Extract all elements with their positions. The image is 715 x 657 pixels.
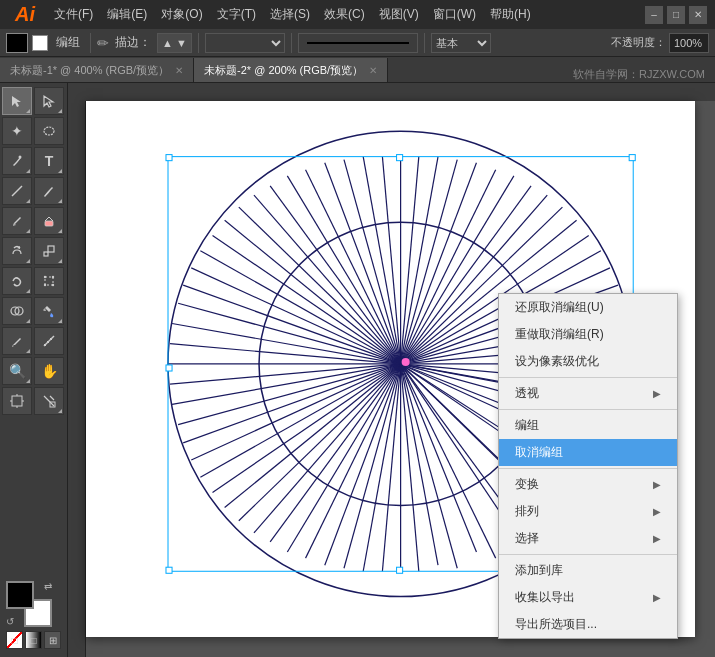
ctx-redo[interactable]: 重做取消编组(R)	[499, 321, 677, 348]
tool-row-7	[2, 267, 65, 295]
ctx-collect-arrow: ▶	[653, 592, 661, 603]
ctx-export-selected[interactable]: 导出所选项目...	[499, 611, 677, 638]
direct-selection-tool[interactable]	[34, 87, 64, 115]
stroke-color-swatch[interactable]	[32, 35, 48, 51]
svg-point-7	[44, 276, 46, 278]
menu-effect[interactable]: 效果(C)	[318, 4, 371, 25]
style-select[interactable]	[205, 33, 285, 53]
zoom-tool[interactable]: 🔍	[2, 357, 32, 385]
pattern-btn[interactable]: ⊞	[44, 631, 61, 649]
title-right: – □ ✕	[645, 6, 707, 24]
ctx-transform[interactable]: 变换 ▶	[499, 471, 677, 498]
svg-line-2	[12, 186, 22, 196]
svg-point-0	[44, 127, 54, 135]
ctx-pixel-optimize[interactable]: 设为像素级优化	[499, 348, 677, 375]
tool-row-4	[2, 177, 65, 205]
tab-2-close[interactable]: ✕	[369, 65, 377, 76]
ctx-perspective-arrow: ▶	[653, 388, 661, 399]
menu-file[interactable]: 文件(F)	[48, 4, 99, 25]
pencil-icon: ✏	[97, 35, 109, 51]
svg-point-8	[52, 276, 54, 278]
lasso-tool[interactable]	[34, 117, 64, 145]
menu-window[interactable]: 窗口(W)	[427, 4, 482, 25]
reset-colors-icon[interactable]: ↺	[6, 616, 14, 627]
ctx-perspective[interactable]: 透视 ▶	[499, 380, 677, 407]
ctx-group[interactable]: 编组	[499, 412, 677, 439]
tab-2[interactable]: 未标题-2* @ 200% (RGB/预览） ✕	[194, 58, 388, 82]
pencil-tool[interactable]	[2, 207, 32, 235]
menu-text[interactable]: 文字(T)	[211, 4, 262, 25]
tabs-bar: 未标题-1* @ 400% (RGB/预览） ✕ 未标题-2* @ 200% (…	[0, 57, 715, 83]
maximize-button[interactable]: □	[667, 6, 685, 24]
canvas-area: // Can't run script in SVG like this, wi…	[68, 83, 715, 657]
shape-builder-tool[interactable]	[2, 297, 32, 325]
tab-1-label: 未标题-1* @ 400% (RGB/预览）	[10, 63, 169, 78]
paint-bucket-tool[interactable]	[34, 297, 64, 325]
tool-row-8	[2, 297, 65, 325]
ctx-transform-arrow: ▶	[653, 479, 661, 490]
tool-row-2: ✦	[2, 117, 65, 145]
context-menu: 还原取消编组(U) 重做取消编组(R) 设为像素级优化 透视 ▶ 编组 取消编组	[498, 293, 678, 639]
svg-point-109	[402, 358, 410, 366]
fill-color-swatch[interactable]	[6, 33, 28, 53]
gradient-btn[interactable]: □	[25, 631, 42, 649]
pen-tool[interactable]	[2, 147, 32, 175]
menu-select[interactable]: 选择(S)	[264, 4, 316, 25]
artboard-tool[interactable]	[2, 387, 32, 415]
svg-rect-17	[12, 396, 22, 406]
foreground-color[interactable]	[6, 581, 34, 609]
line-tool[interactable]	[2, 177, 32, 205]
scale-tool[interactable]	[34, 237, 64, 265]
stroke-up-icon[interactable]: ▲	[162, 37, 173, 49]
menu-bar: 文件(F) 编辑(E) 对象(O) 文字(T) 选择(S) 效果(C) 视图(V…	[48, 4, 537, 25]
separator-1	[90, 33, 91, 53]
hand-tool[interactable]: ✋	[34, 357, 64, 385]
menu-help[interactable]: 帮助(H)	[484, 4, 537, 25]
separator-2	[198, 33, 199, 53]
free-transform-tool[interactable]	[34, 267, 64, 295]
tab-1[interactable]: 未标题-1* @ 400% (RGB/预览） ✕	[0, 58, 194, 82]
menu-view[interactable]: 视图(V)	[373, 4, 425, 25]
ctx-arrange-arrow: ▶	[653, 506, 661, 517]
swap-colors-icon[interactable]: ⇄	[44, 581, 52, 592]
eyedropper-tool[interactable]	[2, 327, 32, 355]
separator-4	[424, 33, 425, 53]
tool-row-11	[2, 387, 65, 415]
rotate-tool[interactable]	[2, 237, 32, 265]
stroke-line-preview	[307, 42, 409, 44]
tool-row-10: 🔍 ✋	[2, 357, 65, 385]
ctx-select[interactable]: 选择 ▶	[499, 525, 677, 552]
fg-bg-colors: ⇄ ↺	[6, 581, 52, 627]
eraser-tool[interactable]	[34, 207, 64, 235]
ctx-ungroup[interactable]: 取消编组	[499, 439, 677, 466]
close-button[interactable]: ✕	[689, 6, 707, 24]
menu-object[interactable]: 对象(O)	[155, 4, 208, 25]
paintbrush-tool[interactable]	[34, 177, 64, 205]
opacity-input[interactable]	[669, 33, 709, 53]
ctx-sep-3	[499, 468, 677, 469]
magic-wand-tool[interactable]: ✦	[2, 117, 32, 145]
slice-tool[interactable]	[34, 387, 64, 415]
warp-tool[interactable]	[2, 267, 32, 295]
measure-tool[interactable]	[34, 327, 64, 355]
tool-row-3: T	[2, 147, 65, 175]
svg-rect-5	[48, 246, 54, 252]
ctx-collect-export[interactable]: 收集以导出 ▶	[499, 584, 677, 611]
watermark: 软件自学网：RJZXW.COM	[563, 67, 715, 82]
toolbar: 编组 ✏ 描边： ▲ ▼ 基本 不透明度：	[0, 29, 715, 57]
menu-edit[interactable]: 编辑(E)	[101, 4, 153, 25]
svg-rect-103	[629, 155, 635, 161]
type-tool[interactable]: T	[34, 147, 64, 175]
ctx-undo[interactable]: 还原取消编组(U)	[499, 294, 677, 321]
stroke-down-icon[interactable]: ▼	[176, 37, 187, 49]
preset-select[interactable]: 基本	[431, 33, 491, 53]
none-fill-btn[interactable]: □	[6, 631, 23, 649]
minimize-button[interactable]: –	[645, 6, 663, 24]
tab-1-close[interactable]: ✕	[175, 65, 183, 76]
selection-tool[interactable]	[2, 87, 32, 115]
ctx-add-to-library[interactable]: 添加到库	[499, 557, 677, 584]
ctx-arrange[interactable]: 排列 ▶	[499, 498, 677, 525]
ctx-sep-1	[499, 377, 677, 378]
tool-row-1	[2, 87, 65, 115]
title-bar: Ai 文件(F) 编辑(E) 对象(O) 文字(T) 选择(S) 效果(C) 视…	[0, 0, 715, 29]
